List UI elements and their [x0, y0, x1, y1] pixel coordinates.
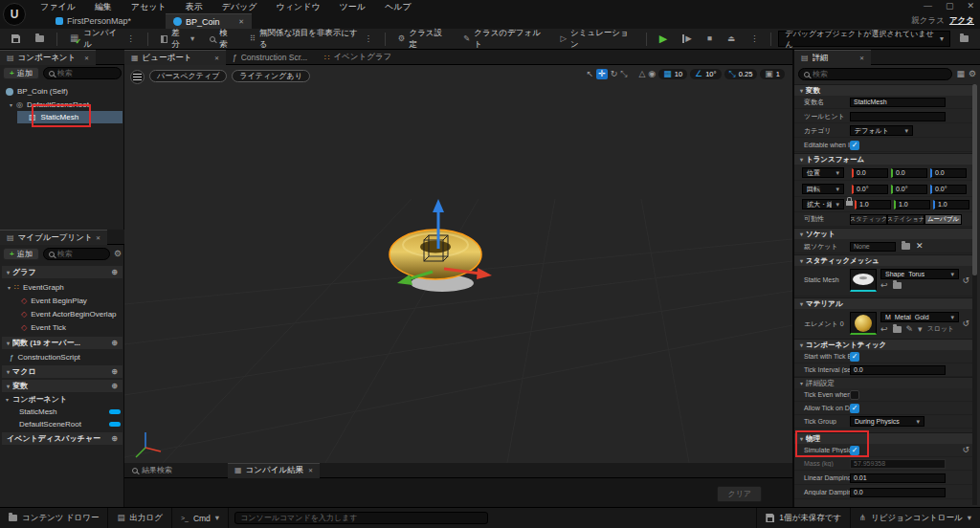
compile-options-icon[interactable]	[126, 34, 135, 43]
static-mesh-dropdown[interactable]: Shape_Torus	[880, 269, 959, 279]
functions-section-header[interactable]: 関数 (19 オーバー...	[2, 337, 122, 349]
tab-details[interactable]: 詳細	[794, 50, 871, 65]
components-search-input[interactable]	[57, 69, 116, 77]
menu-view[interactable]: 表示	[176, 1, 212, 13]
revision-control-button[interactable]: リビジョンコントロール	[851, 508, 980, 528]
clear-button[interactable]: クリア	[717, 486, 762, 502]
gizmo-z-arrowhead[interactable]	[433, 199, 444, 212]
menu-edit[interactable]: 編集	[85, 1, 122, 13]
camera-speed-control[interactable]: 1	[760, 69, 785, 79]
rotation-x-field[interactable]: 0.0°	[852, 185, 888, 194]
material-options-caret-icon[interactable]	[918, 325, 923, 334]
hide-unrelated-options-icon[interactable]	[364, 34, 372, 43]
edit-material-icon[interactable]	[906, 325, 914, 334]
viewport-3d-scene[interactable]	[124, 65, 792, 463]
use-selected-asset-icon[interactable]	[880, 325, 888, 334]
scale-x-field[interactable]: 1.0	[855, 200, 891, 209]
location-x-field[interactable]: 0.0	[852, 168, 888, 178]
grid-snap-control[interactable]: 10	[658, 69, 687, 79]
components-group-row[interactable]: コンポーネント	[6, 393, 67, 406]
browse-asset-button[interactable]	[30, 31, 50, 48]
variable-name-field[interactable]: StaticMesh	[850, 98, 946, 107]
simulate-physics-reset-icon[interactable]	[962, 446, 972, 454]
move-tool-icon[interactable]	[596, 69, 608, 79]
details-settings-icon[interactable]	[969, 70, 976, 78]
tab-compile-results[interactable]: コンパイル結果	[228, 463, 320, 478]
my-blueprint-search[interactable]	[43, 248, 110, 260]
tab-event-graph[interactable]: イベントグラフ	[318, 50, 406, 65]
components-tab-close-icon[interactable]	[84, 55, 89, 61]
debug-object-dropdown[interactable]: デバッグオブジェクトが選択されていません	[778, 31, 950, 47]
construction-script-item[interactable]: ConstructionScript	[10, 351, 80, 363]
play-button[interactable]	[654, 31, 673, 48]
collapse-icon[interactable]	[7, 270, 10, 275]
diff-button[interactable]: 差分	[155, 31, 201, 48]
viewport-menu-button[interactable]	[130, 70, 145, 84]
socket-section-header[interactable]: ソケット	[794, 228, 972, 239]
simulation-button[interactable]: シミュレーション	[555, 31, 639, 48]
location-y-field[interactable]: 0.0	[891, 168, 927, 178]
collapse-icon[interactable]	[7, 384, 10, 389]
unreal-logo[interactable]: U	[3, 3, 26, 26]
mobility-movable-button[interactable]: ムーバブル	[924, 214, 962, 225]
scale-snap-control[interactable]: 0.25	[724, 69, 758, 79]
scale-lock-icon[interactable]	[846, 201, 853, 206]
add-macro-icon[interactable]	[111, 368, 118, 376]
tick-paused-checkbox[interactable]	[850, 390, 859, 400]
tab-my-blueprint[interactable]: マイブループリント	[0, 230, 107, 245]
variable-staticmesh-row[interactable]: StaticMesh	[19, 406, 121, 418]
stop-button[interactable]	[702, 31, 718, 48]
minimize-icon[interactable]	[924, 2, 932, 11]
advanced-subheader[interactable]: 詳細設定	[794, 377, 972, 388]
details-scrollbar-thumb[interactable]	[972, 84, 977, 275]
output-log-button[interactable]: 出力ログ	[108, 508, 171, 528]
class-defaults-button[interactable]: クラスのデフォルト	[457, 31, 550, 48]
materials-section-header[interactable]: マテリアル	[794, 297, 972, 309]
rotation-z-field[interactable]: 0.0°	[930, 185, 967, 194]
results-search[interactable]: 結果検索	[124, 465, 180, 475]
tooltip-field[interactable]	[850, 112, 946, 121]
viewport-tab-close-icon[interactable]	[214, 55, 219, 61]
graphs-section-header[interactable]: グラフ	[2, 266, 122, 278]
add-blueprint-item-button[interactable]: 追加	[3, 248, 39, 260]
static-mesh-reset-icon[interactable]	[962, 276, 972, 285]
my-blueprint-settings-icon[interactable]	[114, 250, 122, 258]
menu-asset[interactable]: アセット	[122, 1, 176, 13]
details-search-input[interactable]	[813, 70, 947, 78]
material-thumbnail[interactable]	[850, 312, 877, 335]
scale-z-field[interactable]: 1.0	[933, 200, 969, 209]
eject-button[interactable]	[722, 31, 741, 48]
collapse-icon[interactable]	[7, 341, 10, 346]
expander-icon[interactable]	[8, 285, 11, 291]
scale-tool-icon[interactable]	[620, 70, 627, 78]
variable-section-header[interactable]: 変数	[794, 84, 972, 96]
perspective-dropdown[interactable]: パースペクティブ	[149, 70, 227, 82]
tick-dedicated-checkbox[interactable]	[850, 404, 859, 413]
variable-sceneroot-row[interactable]: DefaultSceneRoot	[19, 418, 121, 430]
rotation-dropdown[interactable]: 回転	[802, 184, 844, 194]
save-button[interactable]	[6, 31, 26, 48]
static-mesh-section-header[interactable]: スタティックメッシュ	[794, 254, 972, 266]
add-variable-icon[interactable]	[111, 383, 118, 390]
parent-socket-field[interactable]: None	[850, 242, 896, 252]
menu-tools[interactable]: ツール	[330, 1, 375, 13]
surface-snap-icon[interactable]	[638, 70, 645, 78]
angular-damping-field[interactable]: 0.0	[850, 488, 946, 497]
my-blueprint-tab-close-icon[interactable]	[96, 235, 100, 241]
browse-to-asset-icon[interactable]	[893, 282, 902, 289]
compile-results-close-icon[interactable]	[308, 468, 313, 473]
event-beginplay-item[interactable]: Event BeginPlay	[21, 295, 87, 307]
select-tool-icon[interactable]	[587, 70, 594, 78]
close-icon[interactable]	[967, 2, 974, 11]
expander-icon[interactable]	[10, 102, 12, 108]
tree-item-bp-coin-self[interactable]: BP_Coin (Self)	[6, 85, 68, 98]
viewport-3d[interactable]: パースペクティブ ライティングあり 10 10° 0.25	[124, 65, 792, 463]
mobility-static-button[interactable]: スタティック	[850, 214, 887, 225]
browse-to-asset-icon[interactable]	[893, 326, 902, 333]
find-button[interactable]: 検索	[204, 31, 240, 48]
component-tick-section-header[interactable]: コンポーネントティック	[794, 339, 972, 350]
content-drawer-button[interactable]: コンテンツ ドロワー	[0, 508, 108, 528]
use-selected-asset-icon[interactable]	[880, 281, 888, 290]
details-search[interactable]	[798, 68, 952, 80]
menu-debug[interactable]: デバッグ	[212, 1, 267, 13]
